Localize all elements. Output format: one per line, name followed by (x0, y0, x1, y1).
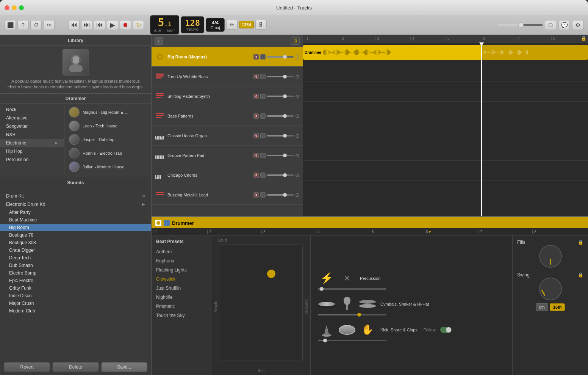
swing-knob[interactable] (539, 278, 562, 300)
preset-prismatic[interactable]: Prismatic (152, 302, 212, 311)
pad-dot[interactable] (267, 270, 275, 278)
genre-item-electronic[interactable]: Electronic ▶ (0, 139, 64, 147)
drummer-item-1[interactable]: Leah - Tech House (64, 119, 151, 133)
settings2-button[interactable]: ⚙ (572, 20, 583, 30)
track-row-0[interactable]: Drummer document.currentScript.insertAdj… (303, 42, 588, 62)
pencil-button[interactable]: ✏ (226, 20, 238, 30)
sound-item-major-crush[interactable]: Major Crush (0, 300, 151, 307)
track-item-6[interactable]: Chicago Chords 🔇 🎧 ⊙ (152, 165, 303, 185)
mute-btn-6[interactable]: 🔇 (253, 173, 259, 178)
settings-button[interactable]: ⏱ (30, 20, 42, 30)
hand-icon[interactable]: ✋ (359, 322, 376, 338)
preset-glowstick[interactable]: Glowstick (152, 275, 212, 284)
back-button[interactable]: ⏮ (94, 20, 105, 30)
track-item-4[interactable]: Classic House Organ 🔇 🎧 ⊙ (152, 126, 303, 146)
drummer-item-3[interactable]: Ronnie - Electro Trap (64, 146, 151, 160)
save-button[interactable]: Save... (101, 362, 147, 372)
track-mode-button[interactable]: ⊞ (291, 37, 300, 45)
metronome-icon[interactable] (318, 322, 335, 338)
library-button[interactable]: ⬛ (5, 20, 16, 30)
track-row-2[interactable] (303, 82, 588, 102)
play-button[interactable]: ▶ (107, 20, 118, 30)
drummer-item-4[interactable]: Julian - Modern House (64, 160, 151, 174)
pan-knob-5[interactable]: ⊙ (295, 152, 300, 158)
preset-euphoria[interactable]: Euphoria (152, 256, 212, 265)
volume-slider-4[interactable] (267, 135, 294, 137)
headphone-btn-5[interactable]: 🎧 (260, 153, 266, 158)
pan-knob-1[interactable]: ⊙ (295, 74, 300, 80)
lightning-icon[interactable]: ⚡ (318, 270, 335, 287)
cycle-button[interactable]: ↻ (133, 20, 144, 30)
time-sig-display[interactable]: 4/4 (209, 20, 221, 25)
sound-item-electro-bump[interactable]: Electro Bump (0, 269, 151, 277)
forward-button[interactable]: ⏭ (81, 20, 92, 30)
traffic-lights[interactable] (5, 5, 24, 10)
genre-item-percussion[interactable]: Percussion (0, 155, 64, 164)
headphone-btn-7[interactable]: 🎧 (260, 192, 266, 198)
rewind-button[interactable]: ⏮ (68, 20, 80, 30)
cymbals-slider[interactable] (318, 314, 386, 315)
revert-button[interactable]: Revert (4, 362, 50, 372)
sound-item-big-room[interactable]: Big Room (0, 224, 151, 231)
mute-btn-1[interactable]: 🔇 (253, 74, 259, 79)
help-button[interactable]: ? (17, 20, 29, 30)
pad-canvas[interactable]: Simple Complex (212, 245, 310, 369)
genre-item-alternative[interactable]: Alternative (0, 114, 64, 122)
headphone-btn-4[interactable]: 🎧 (260, 133, 266, 138)
headphone-btn-6[interactable]: 🎧 (260, 173, 266, 178)
sound-item-beat-machine[interactable]: Beat Machine (0, 216, 151, 224)
sound-item-boutique-808[interactable]: Boutique 808 (0, 239, 151, 246)
kick-slider[interactable] (318, 340, 386, 341)
track-item-0[interactable]: Big Room (Magnus) 🔇 🎧 ⊙ (152, 47, 303, 67)
preset-nightlife[interactable]: Nightlife (152, 293, 212, 302)
track-row-7[interactable] (303, 180, 588, 200)
drummer-item-2[interactable]: Jasper - Dubstep (64, 133, 151, 146)
electronic-drum-kit-category[interactable]: Electronic Drum Kit ▶ (0, 200, 151, 209)
mute-btn-3[interactable]: 🔇 (253, 113, 259, 119)
track-item-7[interactable]: Buzzing Metallic Lead 🔇 🎧 ⊙ (152, 185, 303, 205)
fullscreen-button[interactable] (19, 5, 24, 10)
headphone-btn-0[interactable]: 🎧 (260, 54, 266, 60)
genre-item-songwriter[interactable]: Songwriter (0, 122, 64, 130)
snare-drum-icon[interactable] (339, 322, 355, 338)
scissor-button[interactable]: ✂ (43, 20, 55, 30)
volume-slider-2[interactable] (267, 96, 294, 97)
sixteenth-note-button[interactable]: 16th (550, 303, 565, 311)
preset-just-shufflin[interactable]: Just Shufflin (152, 284, 212, 293)
track-row-6[interactable] (303, 161, 588, 180)
pan-knob-6[interactable]: ⊙ (295, 172, 300, 178)
sound-item-modern-club[interactable]: Modern Club (0, 307, 151, 315)
sound-item-gritty-funk[interactable]: Gritty Funk (0, 284, 151, 292)
chat-button[interactable]: 💬 (558, 20, 570, 30)
track-item-3[interactable]: Bass Patterns 🔇 🎧 ⊙ (152, 106, 303, 126)
pan-knob-4[interactable]: ⊙ (295, 133, 300, 139)
pan-knob-0[interactable]: ⊙ (295, 54, 300, 60)
swing-lock-icon[interactable]: 🔒 (578, 272, 583, 278)
genre-item-rock[interactable]: Rock (0, 105, 64, 114)
preset-anthem[interactable]: Anthem (152, 247, 212, 256)
volume-slider-5[interactable] (267, 155, 294, 156)
volume-slider-0[interactable] (267, 56, 294, 58)
pan-knob-7[interactable]: ⊙ (295, 192, 300, 198)
sound-item-indie-disco[interactable]: Indie Disco (0, 292, 151, 300)
add-track-button[interactable]: + (155, 37, 163, 45)
headphone-btn-1[interactable]: 🎧 (260, 74, 266, 79)
genre-item-hiphop[interactable]: Hip Hop (0, 147, 64, 155)
mute-btn-2[interactable]: 🔇 (253, 94, 259, 99)
tempo-display[interactable]: 128 (185, 18, 200, 28)
pan-knob-3[interactable]: ⊙ (295, 113, 300, 119)
track-item-5[interactable]: Groove Pattern Pad 🔇 🎧 ⊙ (152, 146, 303, 165)
smart-controls-button[interactable]: 1234 (239, 21, 253, 28)
track-item-1[interactable]: Torn Up Wobble Bass 🔇 🎧 ⊙ (152, 67, 303, 86)
fills-knob[interactable] (539, 245, 562, 268)
track-row-4[interactable] (303, 121, 588, 141)
record-button[interactable]: ⏺ (120, 20, 131, 30)
track-item-2[interactable]: Shifting Patterns Synth 🔇 🎧 ⊙ (152, 86, 303, 106)
volume-slider-3[interactable] (267, 115, 294, 117)
drum-kit-category[interactable]: Drum Kit ⊕ (0, 192, 151, 200)
mute-btn-4[interactable]: 🔇 (253, 133, 259, 138)
volume-slider-6[interactable] (267, 174, 294, 176)
track-row-1[interactable] (303, 62, 588, 82)
headphone-btn-3[interactable]: 🎧 (260, 113, 266, 119)
minimize-button[interactable] (12, 5, 17, 10)
